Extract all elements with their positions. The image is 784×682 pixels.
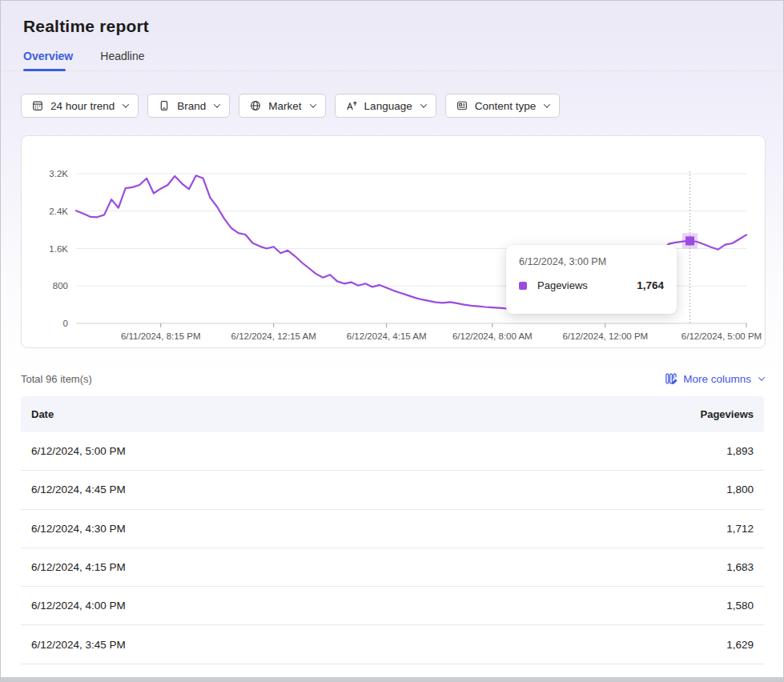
chevron-down-icon bbox=[309, 101, 316, 107]
y-axis-label: 3.2K bbox=[49, 169, 68, 179]
y-axis-label: 0 bbox=[63, 319, 68, 328]
translate-icon bbox=[345, 99, 358, 112]
more-columns-button[interactable]: More columns bbox=[665, 372, 764, 385]
chevron-down-icon bbox=[123, 101, 129, 107]
cell-pageviews: 1,800 bbox=[726, 483, 754, 495]
x-axis-label: 6/11/2024, 8:15 PM bbox=[121, 331, 201, 341]
column-edit-icon bbox=[665, 372, 677, 385]
active-tab-indicator bbox=[23, 69, 66, 71]
more-columns-label: More columns bbox=[683, 373, 751, 385]
y-axis-label: 800 bbox=[53, 281, 68, 291]
tooltip-series-name: Pageviews bbox=[537, 279, 588, 291]
x-axis-label: 6/12/2024, 12:15 AM bbox=[231, 331, 316, 341]
trend-chart-card: 08001.6K2.4K3.2K6/11/2024, 8:15 PM6/12/2… bbox=[21, 135, 766, 348]
filter-brand[interactable]: Brand bbox=[147, 94, 230, 118]
chart-tooltip: 6/12/2024, 3:00 PM Pageviews 1,764 bbox=[506, 245, 677, 314]
table-row[interactable]: 6/12/2024, 4:30 PM1,712 bbox=[21, 510, 764, 548]
cell-date: 6/12/2024, 4:45 PM bbox=[31, 483, 126, 495]
pageviews-table: Date Pageviews 6/12/2024, 5:00 PM1,8936/… bbox=[21, 396, 764, 664]
column-header-date[interactable]: Date bbox=[31, 408, 54, 420]
x-axis-label: 6/12/2024, 5:00 PM bbox=[681, 331, 762, 341]
y-axis-label: 1.6K bbox=[49, 244, 68, 254]
chevron-down-icon bbox=[758, 374, 765, 380]
cell-date: 6/12/2024, 5:00 PM bbox=[31, 445, 126, 457]
y-axis-label: 2.4K bbox=[49, 207, 68, 216]
cell-date: 6/12/2024, 4:30 PM bbox=[31, 523, 126, 535]
table-toolbar: Total 96 item(s) More columns bbox=[21, 372, 764, 385]
tab-headline[interactable]: Headline bbox=[100, 50, 144, 62]
table-row[interactable]: 6/12/2024, 3:45 PM1,629 bbox=[21, 625, 764, 664]
cell-pageviews: 1,893 bbox=[726, 445, 754, 457]
globe-icon bbox=[249, 99, 262, 112]
calendar-icon bbox=[31, 99, 44, 112]
realtime-report-page: Realtime report Overview Headline 24 hou… bbox=[0, 0, 784, 682]
content-type-icon bbox=[456, 99, 468, 112]
cell-pageviews: 1,683 bbox=[726, 561, 754, 573]
hover-marker bbox=[685, 236, 694, 245]
x-axis-label: 6/12/2024, 4:15 AM bbox=[347, 331, 427, 341]
cell-date: 6/12/2024, 4:00 PM bbox=[31, 600, 126, 612]
chevron-down-icon bbox=[420, 101, 426, 107]
device-icon bbox=[158, 99, 171, 112]
tab-bar: Overview Headline bbox=[1, 36, 783, 71]
x-axis-label: 6/12/2024, 8:00 AM bbox=[452, 331, 533, 341]
table-row[interactable]: 6/12/2024, 4:45 PM1,800 bbox=[21, 471, 764, 509]
page-title: Realtime report bbox=[1, 1, 783, 36]
filter-language[interactable]: Language bbox=[335, 94, 436, 118]
filter-label: 24 hour trend bbox=[50, 100, 115, 112]
cell-date: 6/12/2024, 4:15 PM bbox=[31, 561, 126, 573]
filter-label: Language bbox=[364, 100, 412, 112]
cell-date: 6/12/2024, 3:45 PM bbox=[31, 639, 126, 651]
items-count: Total 96 item(s) bbox=[21, 373, 92, 385]
table-header-row: Date Pageviews bbox=[21, 396, 764, 432]
filter-label: Content type bbox=[475, 100, 537, 112]
cell-pageviews: 1,629 bbox=[726, 639, 754, 651]
pageviews-series-swatch bbox=[519, 282, 527, 290]
table-row[interactable]: 6/12/2024, 4:15 PM1,683 bbox=[21, 548, 764, 587]
trend-chart-svg[interactable]: 08001.6K2.4K3.2K6/11/2024, 8:15 PM6/12/2… bbox=[22, 136, 765, 347]
chevron-down-icon bbox=[544, 101, 550, 107]
table-row[interactable]: 6/12/2024, 5:00 PM1,893 bbox=[21, 432, 764, 471]
table-body: 6/12/2024, 5:00 PM1,8936/12/2024, 4:45 P… bbox=[21, 432, 764, 664]
x-axis-label: 6/12/2024, 12:00 PM bbox=[562, 331, 648, 341]
filter-content-type[interactable]: Content type bbox=[445, 94, 561, 118]
tooltip-date: 6/12/2024, 3:00 PM bbox=[519, 256, 664, 267]
cell-pageviews: 1,580 bbox=[726, 600, 754, 612]
filter-market[interactable]: Market bbox=[239, 94, 325, 118]
cell-pageviews: 1,712 bbox=[726, 523, 754, 535]
filter-label: Brand bbox=[177, 100, 206, 112]
tooltip-value: 1,764 bbox=[637, 279, 664, 291]
filter-label: Market bbox=[268, 100, 301, 112]
filter-24-hour-trend[interactable]: 24 hour trend bbox=[21, 94, 139, 118]
window-edge bbox=[1, 677, 783, 681]
filter-bar: 24 hour trendBrandMarketLanguageContent … bbox=[1, 71, 783, 118]
tab-overview[interactable]: Overview bbox=[23, 50, 73, 62]
chevron-down-icon bbox=[214, 101, 220, 107]
tooltip-series-row: Pageviews 1,764 bbox=[519, 279, 664, 291]
column-header-pageviews[interactable]: Pageviews bbox=[701, 408, 754, 420]
table-row[interactable]: 6/12/2024, 4:00 PM1,580 bbox=[21, 587, 764, 625]
